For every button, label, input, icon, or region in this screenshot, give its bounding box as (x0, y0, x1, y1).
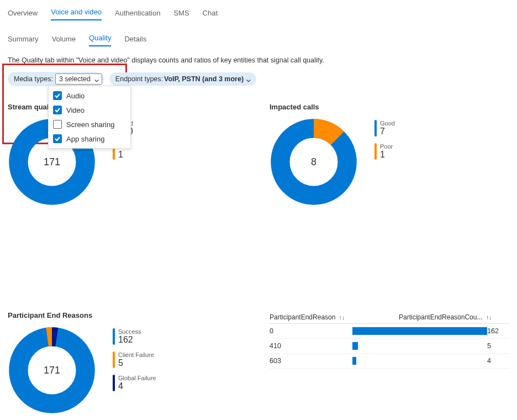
subtab-volume[interactable]: Volume (52, 34, 76, 46)
media-type-option-screen-sharing[interactable]: Screen sharing (52, 117, 127, 132)
panel-participant-end-reasons: Participant End Reasons 171 Success (8, 311, 247, 414)
reason-cell: 410 (270, 342, 352, 350)
panel-title: Impacted calls (270, 103, 509, 111)
legend-item: Poor 1 (374, 143, 395, 160)
secondary-tabs: Summary Volume Quality Details (8, 31, 509, 46)
endpoint-types-prefix: Endpoint types: (115, 75, 163, 83)
count-bar (352, 327, 487, 335)
legend-color-swatch (113, 351, 115, 368)
table-row[interactable]: 410 5 (270, 339, 509, 354)
legend-label: Client Failure (118, 351, 154, 358)
tab-sms[interactable]: SMS (173, 7, 189, 20)
sort-icon[interactable]: ↑↓ (486, 314, 492, 321)
table-header: ParticipantEndReason ↑↓ ParticipantEndRe… (270, 311, 509, 324)
legend-value: 7 (380, 127, 395, 136)
tab-description: The Quality tab within "Voice and video"… (8, 56, 509, 64)
media-types-label: Media types: (14, 75, 53, 83)
checkbox-icon (53, 91, 62, 100)
legend-color-swatch (113, 328, 115, 345)
chevron-down-icon (246, 77, 251, 83)
end-reasons-donut: 171 (8, 326, 96, 414)
subtab-summary[interactable]: Summary (8, 34, 39, 46)
impacted-calls-donut: 8 (270, 118, 358, 206)
column-header-count[interactable]: ParticipantEndReasonCou... (399, 313, 482, 321)
checkbox-icon (53, 134, 62, 143)
legend-color-swatch (374, 120, 377, 136)
media-type-option-app-sharing[interactable]: App sharing (52, 132, 127, 146)
count-cell: 162 (487, 327, 509, 335)
tab-voice-and-video[interactable]: Voice and video (51, 6, 102, 20)
option-label: App sharing (66, 135, 104, 143)
end-reasons-legend: Success 162 Client Failure 5 (113, 326, 156, 391)
media-types-dropdown: Audio Video Screen sharing App shar (48, 86, 131, 149)
endpoint-types-filter[interactable]: Endpoint types: VoIP, PSTN (and 3 more) (109, 72, 256, 86)
donut-total: 171 (44, 156, 60, 168)
panel-end-reason-table: ParticipantEndReason ↑↓ ParticipantEndRe… (270, 311, 509, 414)
legend-item: Success 162 (113, 328, 156, 345)
impacted-calls-legend: Good 7 Poor 1 (374, 118, 395, 160)
chevron-down-icon (94, 77, 99, 83)
count-cell: 5 (487, 342, 509, 350)
legend-label: Poor (380, 143, 393, 150)
legend-value: 4 (118, 381, 156, 391)
column-header-reason[interactable]: ParticipantEndReason (270, 313, 335, 321)
media-types-select[interactable]: 3 selected (55, 74, 102, 85)
media-types-filter[interactable]: Media types: 3 selected Audio (8, 72, 104, 86)
legend-item: Good 7 (374, 120, 395, 136)
legend-label: Success (118, 328, 141, 335)
charts-grid: Stream quality 171 Good 170 (8, 103, 509, 414)
media-type-option-audio[interactable]: Audio (52, 88, 127, 103)
legend-item: Client Failure 5 (113, 351, 156, 368)
panel-impacted-calls: Impacted calls 8 Good 7 (270, 103, 509, 206)
panel-title: Participant End Reasons (8, 311, 247, 319)
tab-authentication[interactable]: Authentication (115, 7, 160, 20)
count-bar (352, 357, 487, 365)
legend-item: Global Failure 4 (113, 375, 156, 391)
option-label: Audio (66, 92, 85, 100)
primary-tabs: Overview Voice and video Authentication … (8, 4, 509, 21)
tab-chat[interactable]: Chat (203, 7, 218, 20)
endpoint-types-value: VoIP, PSTN (and 3 more) (164, 75, 244, 83)
checkbox-icon (53, 120, 62, 129)
legend-value: 1 (118, 150, 131, 160)
filter-row: Media types: 3 selected Audio (8, 72, 509, 86)
legend-value: 1 (380, 150, 393, 160)
spacer (270, 228, 509, 289)
legend-color-swatch (113, 375, 115, 391)
legend-label: Good (380, 120, 395, 127)
reason-cell: 0 (270, 327, 352, 335)
reason-cell: 603 (270, 357, 352, 365)
donut-total: 171 (44, 365, 60, 376)
legend-value: 162 (118, 335, 141, 345)
subtab-details[interactable]: Details (124, 34, 146, 46)
count-cell: 4 (487, 357, 509, 365)
media-type-option-video[interactable]: Video (52, 103, 127, 117)
table-row[interactable]: 0 162 (270, 324, 509, 339)
donut-total: 8 (311, 156, 316, 168)
tab-overview[interactable]: Overview (8, 7, 38, 20)
option-label: Video (66, 106, 85, 114)
checkbox-icon (53, 106, 62, 114)
count-bar (352, 342, 487, 350)
spacer (8, 228, 247, 289)
subtab-quality[interactable]: Quality (89, 33, 111, 46)
legend-label: Global Failure (118, 375, 156, 381)
sort-icon[interactable]: ↑↓ (339, 314, 345, 321)
legend-value: 5 (118, 358, 154, 368)
legend-color-swatch (374, 143, 377, 160)
media-types-selected-text: 3 selected (59, 75, 91, 83)
table-row[interactable]: 603 4 (270, 354, 509, 369)
option-label: Screen sharing (66, 120, 114, 129)
